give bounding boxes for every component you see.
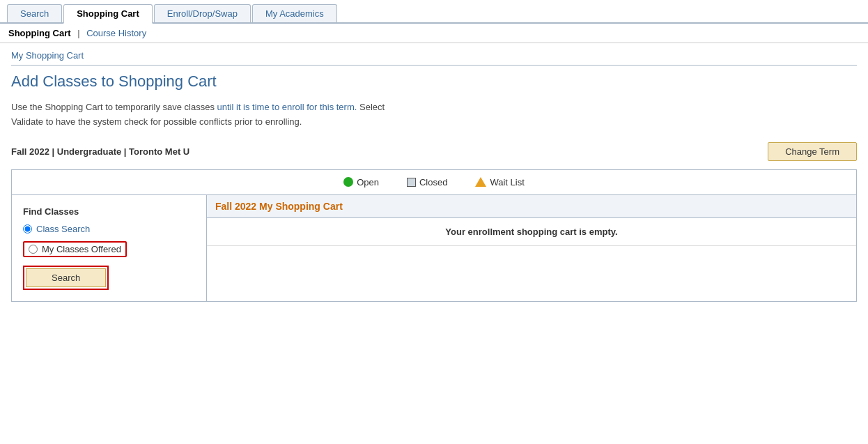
top-tab-bar: Search Shopping Cart Enroll/Drop/Swap My…	[0, 0, 868, 24]
search-button[interactable]: Search	[26, 268, 106, 287]
term-label: Fall 2022 | Undergraduate | Toronto Met …	[11, 146, 189, 157]
breadcrumb-separator: |	[77, 28, 79, 38]
page-title: Add Classes to Shopping Cart	[11, 72, 857, 91]
status-waitlist: Wait List	[475, 177, 524, 187]
my-classes-offered-label[interactable]: My Classes Offered	[42, 244, 121, 254]
course-history-link[interactable]: Course History	[86, 28, 146, 38]
page-description: Use the Shopping Cart to temporarily sav…	[11, 100, 857, 130]
desc-text2: Select	[357, 102, 385, 112]
desc-text1: Use the Shopping Cart to temporarily sav…	[11, 102, 217, 112]
class-search-radio[interactable]	[23, 224, 32, 234]
status-open: Open	[343, 177, 379, 187]
status-legend: Open Closed Wait List	[12, 170, 856, 195]
term-row: Fall 2022 | Undergraduate | Toronto Met …	[11, 142, 857, 161]
page-subtitle: My Shopping Cart	[11, 50, 857, 61]
class-search-label[interactable]: Class Search	[36, 224, 90, 234]
my-classes-offered-radio[interactable]	[29, 245, 38, 254]
find-classes-heading: Find Classes	[23, 206, 195, 217]
content-area: Find Classes Class Search My Classes Off…	[12, 195, 856, 301]
desc-highlight: until it is time to enroll for this term…	[217, 102, 357, 112]
cart-empty-message: Your enrollment shopping cart is empty.	[207, 218, 856, 246]
closed-icon	[407, 178, 416, 187]
breadcrumb: Shopping Cart | Course History	[0, 24, 868, 43]
closed-label: Closed	[419, 177, 447, 187]
page-content: My Shopping Cart Add Classes to Shopping…	[0, 43, 868, 323]
status-closed: Closed	[407, 177, 447, 187]
open-label: Open	[357, 177, 379, 187]
desc-text3: Validate to have the system check for po…	[11, 116, 302, 127]
class-search-option[interactable]: Class Search	[23, 224, 195, 234]
waitlist-label: Wait List	[490, 177, 524, 187]
divider	[11, 65, 857, 66]
change-term-button[interactable]: Change Term	[768, 142, 857, 161]
tab-search[interactable]: Search	[7, 4, 62, 22]
tab-shopping-cart[interactable]: Shopping Cart	[63, 4, 153, 24]
search-button-wrapper: Search	[23, 266, 109, 290]
waitlist-icon	[475, 177, 486, 187]
cart-header: Fall 2022 My Shopping Cart	[207, 195, 856, 218]
tab-my-academics[interactable]: My Academics	[252, 4, 337, 22]
left-panel: Find Classes Class Search My Classes Off…	[12, 195, 207, 301]
open-icon	[343, 177, 353, 187]
my-classes-offered-wrapper: My Classes Offered	[23, 241, 127, 257]
main-box: Open Closed Wait List Find Classes Class…	[11, 169, 857, 302]
tab-enroll-drop-swap[interactable]: Enroll/Drop/Swap	[154, 4, 251, 22]
breadcrumb-current: Shopping Cart	[8, 28, 71, 38]
right-panel: Fall 2022 My Shopping Cart Your enrollme…	[207, 195, 856, 301]
